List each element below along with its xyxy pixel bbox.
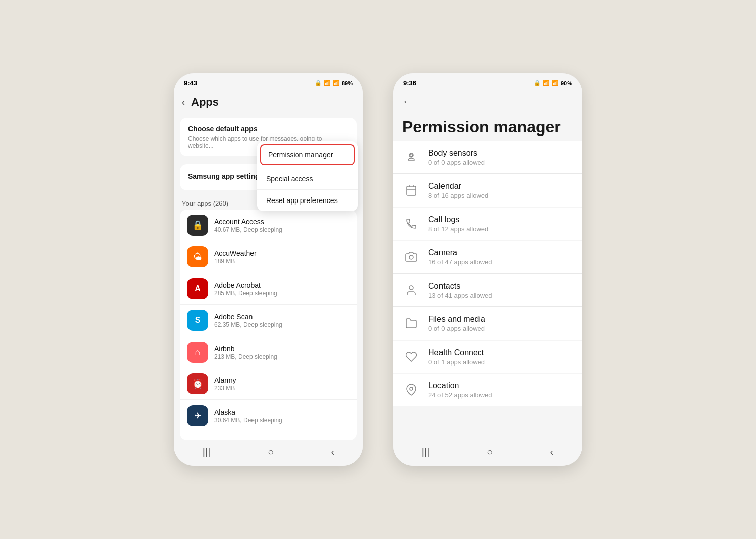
nav-back-right[interactable]: ‹ bbox=[550, 446, 554, 458]
app-icon-adobe-acrobat: A bbox=[187, 278, 208, 299]
left-phone-content: ‹ Apps Permission manager Special access… bbox=[174, 91, 363, 466]
status-icons-left: 🔒 📶 📶 89% bbox=[314, 80, 353, 86]
location-icon bbox=[402, 381, 420, 399]
dropdown-item-reset[interactable]: Reset app preferences bbox=[257, 190, 358, 211]
nav-recent-right[interactable]: ||| bbox=[422, 446, 430, 458]
status-bar-right: 9:36 🔒 📶 📶 90% bbox=[393, 73, 582, 91]
app-icon-alaska: ✈ bbox=[187, 405, 208, 426]
contacts-icon bbox=[402, 281, 420, 299]
bottom-nav-left: ||| ○ ‹ bbox=[174, 440, 363, 466]
app-info-accuweather: AccuWeather 189 MB bbox=[214, 249, 257, 265]
camera-icon bbox=[402, 248, 420, 266]
list-item[interactable]: ⌂ Airbnb 213 MB, Deep sleeping bbox=[180, 336, 357, 368]
permission-manager-title: Permission manager bbox=[393, 110, 582, 141]
back-arrow-left[interactable]: ‹ bbox=[182, 97, 185, 108]
list-item[interactable]: ⏰ Alarmy 233 MB bbox=[180, 368, 357, 400]
status-icons-right: 🔒 📶 📶 90% bbox=[534, 80, 572, 86]
list-item[interactable]: A Adobe Acrobat 285 MB, Deep sleeping bbox=[180, 273, 357, 305]
list-item[interactable]: 🌤 AccuWeather 189 MB bbox=[180, 241, 357, 273]
call-logs-icon bbox=[402, 215, 420, 233]
perm-info-contacts: Contacts 13 of 41 apps allowed bbox=[428, 282, 492, 299]
perm-info-health: Health Connect 0 of 1 apps allowed bbox=[428, 348, 485, 366]
perm-info-body-sensors: Body sensors 0 of 0 apps allowed bbox=[428, 149, 485, 166]
app-icon-airbnb: ⌂ bbox=[187, 342, 208, 363]
app-icon-account: 🔒 bbox=[187, 215, 208, 236]
left-phone: 9:43 🔒 📶 📶 89% ‹ Apps Permission manager bbox=[174, 73, 363, 466]
app-info-alaska: Alaska 30.64 MB, Deep sleeping bbox=[214, 408, 282, 424]
app-info-account: Account Access 40.67 MB, Deep sleeping bbox=[214, 218, 282, 233]
body-sensors-icon bbox=[402, 148, 420, 166]
dropdown-item-permission-manager[interactable]: Permission manager bbox=[260, 144, 355, 165]
right-phone: 9:36 🔒 📶 📶 90% ← Permission manager bbox=[393, 73, 582, 466]
nav-home-right[interactable]: ○ bbox=[487, 446, 493, 458]
apps-count: Your apps (260) bbox=[182, 199, 228, 207]
bottom-nav-right: ||| ○ ‹ bbox=[393, 440, 582, 466]
perm-info-camera: Camera 16 of 47 apps allowed bbox=[428, 248, 492, 266]
nav-back-left[interactable]: ‹ bbox=[331, 446, 335, 458]
perm-item-call-logs[interactable]: Call logs 8 of 12 apps allowed bbox=[393, 208, 582, 240]
list-item[interactable]: 🔒 Account Access 40.67 MB, Deep sleeping bbox=[180, 210, 357, 241]
svg-point-0 bbox=[410, 154, 413, 157]
perm-info-call-logs: Call logs 8 of 12 apps allowed bbox=[428, 215, 488, 233]
perm-info-calendar: Calendar 8 of 16 apps allowed bbox=[428, 182, 488, 199]
dropdown-menu: Permission manager Special access Reset … bbox=[257, 141, 358, 211]
status-bar-left: 9:43 🔒 📶 📶 89% bbox=[174, 73, 363, 91]
perm-item-calendar[interactable]: Calendar 8 of 16 apps allowed bbox=[393, 174, 582, 207]
app-info-adobe-acrobat: Adobe Acrobat 285 MB, Deep sleeping bbox=[214, 281, 277, 297]
time-right: 9:36 bbox=[403, 79, 416, 87]
battery-left: 89% bbox=[342, 80, 353, 86]
right-header: ← bbox=[393, 91, 582, 110]
battery-right: 90% bbox=[561, 80, 572, 86]
perm-item-location[interactable]: Location 24 of 52 apps allowed bbox=[393, 374, 582, 406]
left-header: ‹ Apps bbox=[174, 91, 363, 114]
app-info-adobe-scan: Adobe Scan 62.35 MB, Deep sleeping bbox=[214, 313, 282, 328]
files-icon bbox=[402, 314, 420, 332]
app-icon-alarmy: ⏰ bbox=[187, 373, 208, 394]
nav-recent-left[interactable]: ||| bbox=[203, 446, 211, 458]
health-icon bbox=[402, 348, 420, 366]
list-item[interactable]: ✈ Alaska 30.64 MB, Deep sleeping bbox=[180, 400, 357, 431]
right-phone-content: ← Permission manager Body sensors 0 of 0… bbox=[393, 91, 582, 466]
perm-info-files: Files and media 0 of 0 apps allowed bbox=[428, 315, 485, 332]
perm-item-body-sensors[interactable]: Body sensors 0 of 0 apps allowed bbox=[393, 141, 582, 174]
svg-rect-1 bbox=[407, 186, 416, 195]
perm-item-files[interactable]: Files and media 0 of 0 apps allowed bbox=[393, 307, 582, 340]
perm-item-camera[interactable]: Camera 16 of 47 apps allowed bbox=[393, 241, 582, 274]
default-apps-title: Choose default apps bbox=[188, 125, 349, 133]
perm-info-location: Location 24 of 52 apps allowed bbox=[428, 381, 492, 399]
time-left: 9:43 bbox=[184, 79, 197, 87]
perm-item-contacts[interactable]: Contacts 13 of 41 apps allowed bbox=[393, 274, 582, 307]
page-title-left: Apps bbox=[191, 96, 219, 109]
list-item[interactable]: S Adobe Scan 62.35 MB, Deep sleeping bbox=[180, 305, 357, 336]
svg-point-6 bbox=[409, 286, 413, 290]
calendar-icon bbox=[402, 181, 420, 199]
svg-point-7 bbox=[410, 387, 413, 390]
app-info-airbnb: Airbnb 213 MB, Deep sleeping bbox=[214, 345, 277, 360]
app-info-alarmy: Alarmy 233 MB bbox=[214, 376, 236, 392]
app-icon-adobe-scan: S bbox=[187, 310, 208, 331]
permission-list: Body sensors 0 of 0 apps allowed Calenda… bbox=[393, 141, 582, 440]
nav-home-left[interactable]: ○ bbox=[268, 446, 274, 458]
dropdown-item-special-access[interactable]: Special access bbox=[257, 168, 358, 190]
back-btn-right[interactable]: ← bbox=[402, 96, 412, 107]
perm-item-health[interactable]: Health Connect 0 of 1 apps allowed bbox=[393, 341, 582, 373]
app-icon-accuweather: 🌤 bbox=[187, 246, 208, 267]
app-list: 🔒 Account Access 40.67 MB, Deep sleeping… bbox=[180, 210, 357, 440]
svg-point-5 bbox=[409, 255, 413, 259]
